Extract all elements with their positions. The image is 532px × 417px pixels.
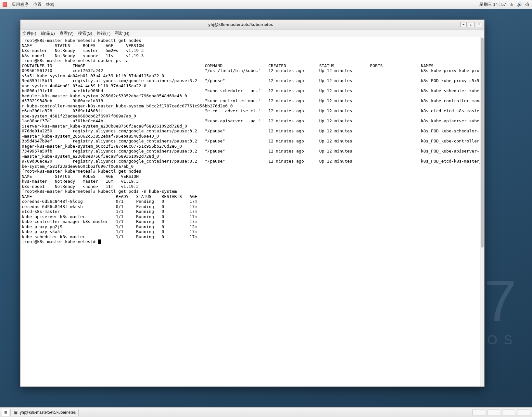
terminal-line: heduler-k8s-master_kube-system_285062c53…	[22, 93, 483, 99]
terminal-line: NAME STATUS ROLES AGE VERSION	[22, 43, 483, 48]
menu-view[interactable]: 查看(V)	[59, 31, 73, 36]
terminal-line: [root@k8s-master kubernetes]# kubectl ge…	[22, 189, 483, 194]
terminal-line: kube-apiserver-k8s-master 1/1 Running 0 …	[22, 214, 483, 219]
terminal-line: etcd-k8s-master 1/1 Running 0 17m	[22, 209, 483, 214]
menu-places[interactable]: 位置	[33, 2, 42, 7]
scrollbar-thumb[interactable]	[481, 38, 484, 248]
terminal-line: s5x5l_kube-system_4a04eb01-03a4-4c39-b1f…	[22, 73, 483, 79]
terminal-line: NAME READY STATUS RESTARTS AGE	[22, 194, 483, 199]
terminal-line: e6cb200fa328 0369cf4303ff "etcd --advert…	[22, 108, 483, 114]
terminal-line: coredns-6d56c8448f-8ldxg 0/1 Pending 0 1…	[22, 199, 483, 204]
tray-box-2[interactable]	[487, 410, 500, 415]
menu-terminal[interactable]: 终端(T)	[97, 31, 111, 36]
power-icon[interactable]: ⏻	[525, 2, 529, 7]
terminal-line: kube-proxy-s5x5l 1/1 Running 0 17m	[22, 229, 483, 234]
terminal-line: kube-proxy-pg2j9 1/1 Running 0 12m	[22, 224, 483, 229]
terminal-line: [root@k8s-master kubernetes]#	[22, 239, 483, 244]
menu-terminal[interactable]: 终端	[46, 2, 55, 7]
terminal-line: kube-controller-manager-k8s-master 1/1 R…	[22, 219, 483, 224]
menu-file[interactable]: 文件(F)	[22, 31, 36, 36]
clock[interactable]: 星期三 14 : 57	[479, 2, 506, 7]
terminal-line: 9ed859ff5bf3 registry.aliyuncs.com/googl…	[22, 78, 483, 83]
bottom-panel: ⊞ ▣ yhj@k8s-master:/etc/kubernetes	[0, 407, 532, 417]
terminal-line: ube-system_4a04eb01-03a4-4c39-b1f0-37da4…	[22, 83, 483, 89]
terminal-line: -master_kube-system_285062c53852ebaf796e…	[22, 134, 483, 139]
terminal-line: nager-k8s-master_kube-system_b0cc2f1787c…	[22, 144, 483, 149]
terminal-line: 1ae88adf37e1 a301be0cd44b "kube-apiserve…	[22, 118, 483, 124]
terminal-line: k8s-node1 NotReady <none> 11s v1.19.3	[22, 53, 483, 58]
menu-edit[interactable]: 编辑(E)	[41, 31, 55, 36]
terminal-line: k8s-master NotReady master 5m20s v1.19.3	[22, 48, 483, 53]
window-title: yhj@k8s-master:/etc/kubernetes	[22, 22, 459, 27]
menu-search[interactable]: 搜索(S)	[78, 31, 92, 36]
terminal-line: CONTAINER ID IMAGE COMMAND CREATED STATU…	[22, 63, 483, 68]
terminal-line: iserver-k8s-master_kube-system_e230b8e87…	[22, 124, 483, 129]
menu-help[interactable]: 帮助(H)	[115, 31, 129, 36]
terminal-icon: ▣	[13, 410, 18, 415]
terminal-line: bd806af9fc16 aaefbfa906bd "kube-schedule…	[22, 88, 483, 93]
taskbar-item[interactable]: ▣ yhj@k8s-master:/etc/kubernetes	[10, 409, 79, 416]
terminal-line: 076de01a2250 registry.aliyuncs.com/googl…	[22, 129, 483, 134]
minimize-button[interactable]: –	[460, 22, 467, 27]
terminal-line: r_kube-controller-manager-k8s-master_kub…	[22, 104, 483, 109]
terminal-line: kube-scheduler-k8s-master 1/1 Running 0 …	[22, 234, 483, 239]
sound-icon[interactable]: 🔊	[517, 2, 522, 7]
terminal-line: -master_kube-system_e230b8e8756f3eca8f68…	[22, 154, 483, 159]
maximize-button[interactable]: □	[468, 22, 475, 27]
titlebar[interactable]: yhj@k8s-master:/etc/kubernetes – □ ×	[20, 20, 484, 30]
terminal-line: coredns-6d56c8448f-wkcsh 0/1 Pending 0 1…	[22, 204, 483, 209]
terminal-line: [root@k8s-master kubernetes]# kubectl ge…	[22, 38, 483, 43]
menu-applications[interactable]: 应用程序	[12, 2, 29, 7]
top-panel: 应用程序 位置 终端 星期三 14 : 57 ⋔ 🔊 ⏻	[0, 0, 532, 9]
terminal-window: yhj@k8s-master:/etc/kubernetes – □ × 文件(…	[20, 19, 485, 387]
terminal-line: [root@k8s-master kubernetes]# docker ps …	[22, 58, 483, 63]
terminal-line: d578219343eb 9b60aca1d818 "kube-controll…	[22, 98, 483, 104]
terminal-line: 0995615612f0 cdef7632a242 "/usr/local/bi…	[22, 68, 483, 73]
tray-box-1[interactable]	[472, 410, 485, 415]
terminal-body[interactable]: [root@k8s-master kubernetes]# kubectl ge…	[20, 37, 484, 386]
cursor	[98, 239, 101, 244]
terminal-line: k8s-master NotReady master 16m v1.19.3	[22, 179, 483, 184]
menubar: 文件(F) 编辑(E) 查看(V) 搜索(S) 终端(T) 帮助(H)	[20, 30, 484, 37]
terminal-line: NAME STATUS ROLES AGE VERSION	[22, 174, 483, 179]
terminal-line: k8s-node1 NotReady <none> 11m v1.19.3	[22, 184, 483, 189]
terminal-line: 3b5d4647b9ef registry.aliyuncs.com/googl…	[22, 139, 483, 144]
terminal-line: 9769d06ece20 registry.aliyuncs.com/googl…	[22, 159, 483, 164]
activities-icon[interactable]	[3, 2, 7, 7]
scrollbar[interactable]	[480, 37, 484, 386]
terminal-line: [root@k8s-master kubernetes]# kubectl ge…	[22, 169, 483, 174]
terminal-line: 7349957a50fb registry.aliyuncs.com/googl…	[22, 149, 483, 154]
tray-box-4[interactable]	[517, 410, 530, 415]
tray-box-3[interactable]	[502, 410, 515, 415]
close-button[interactable]: ×	[476, 22, 482, 27]
workspace-switcher[interactable]: ⊞	[2, 409, 9, 416]
network-icon[interactable]: ⋔	[509, 2, 514, 7]
task-label: yhj@k8s-master:/etc/kubernetes	[20, 410, 76, 415]
terminal-line: ube-system_4581f23adee0660cb62f6907f069a…	[22, 114, 483, 119]
terminal-line: be-system_4581f23adee0660cb62f6907f069a7…	[22, 164, 483, 169]
